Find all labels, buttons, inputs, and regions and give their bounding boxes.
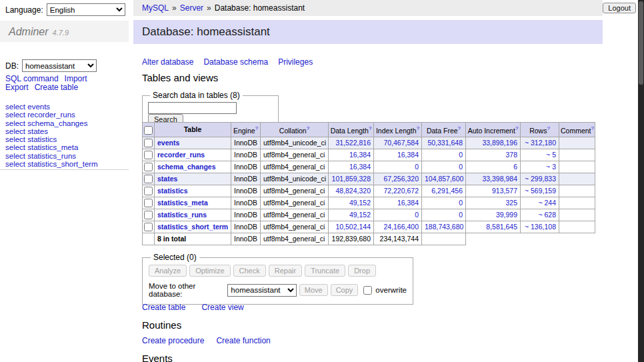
link-create-procedure[interactable]: Create procedure (142, 336, 204, 345)
rows-link-states[interactable]: ~ 299,833 (525, 175, 556, 183)
sidebar-select-schema-changes[interactable]: select schema_changes (5, 119, 98, 127)
sidebar-link-import[interactable]: Import (65, 74, 87, 83)
rows-link-events[interactable]: ~ 312,180 (525, 139, 556, 147)
button-drop[interactable]: Drop (348, 265, 376, 277)
column-header-label: Engine (233, 127, 255, 135)
sidebar-select-statistics-short-term[interactable]: select statistics_short_term (5, 160, 98, 168)
row-checkbox[interactable] (144, 163, 153, 171)
link-create-table[interactable]: Create table (142, 303, 185, 312)
engine-cell: InnoDB (231, 161, 261, 173)
table-link-recorder-runs[interactable]: recorder_runs (157, 151, 205, 159)
table-link-schema-changes[interactable]: schema_changes (157, 163, 216, 171)
link-create-view[interactable]: Create view (201, 303, 243, 312)
breadcrumb-server[interactable]: Server (180, 3, 203, 13)
button-analyze[interactable]: Analyze (149, 265, 187, 277)
row-checkbox[interactable] (144, 211, 153, 219)
help-icon-auto-increment[interactable]: ? (515, 125, 518, 131)
scrollbar[interactable] (638, 0, 644, 362)
row-checkbox[interactable] (144, 199, 153, 207)
table-link-states[interactable]: states (157, 175, 177, 183)
comment-cell (559, 149, 595, 161)
language-select[interactable]: English (47, 3, 125, 16)
sidebar-select-statistics-meta[interactable]: select statistics_meta (5, 143, 98, 151)
help-icon-data-length[interactable]: ? (369, 125, 371, 131)
comment-cell (559, 137, 595, 149)
action-alter-database[interactable]: Alter database (142, 57, 193, 67)
table-link-statistics[interactable]: statistics (157, 187, 188, 195)
help-icon-engine[interactable]: ? (255, 125, 258, 131)
auto-increment-cell: 378 (466, 149, 521, 161)
help-icon-index-length[interactable]: ? (417, 125, 419, 131)
tables-table: TableEngine?Collation?Data Length?Index … (142, 122, 595, 245)
table-total-row: 8 in totalInnoDButf8mb4_general_ci192,83… (143, 233, 595, 245)
row-checkbox[interactable] (144, 223, 153, 231)
sidebar-select-states[interactable]: select states (5, 127, 98, 135)
search-input[interactable] (148, 102, 237, 114)
move-database-select[interactable]: homeassistant (227, 284, 296, 297)
data-length-cell: 31,522,816 (329, 137, 374, 149)
rows-link-statistics-runs[interactable]: ~ 628 (538, 211, 556, 219)
column-header-index-length: Index Length? (374, 123, 422, 137)
selected-legend: Selected (0) (151, 253, 199, 262)
auto-increment-cell: 39,999 (466, 209, 521, 221)
rows-link-schema-changes[interactable]: ~ 3 (546, 163, 556, 171)
overwrite-checkbox[interactable] (363, 286, 372, 295)
copy-button[interactable]: Copy (331, 284, 359, 296)
auto-increment-cell: 33,398,984 (466, 173, 521, 185)
column-header-label: Table (184, 125, 202, 133)
data-length-cell: 48,824,320 (329, 185, 374, 197)
row-select-cell (143, 149, 155, 161)
database-actions: Alter databaseDatabase schemaPrivileges (142, 57, 313, 67)
help-icon-comment[interactable]: ? (591, 125, 594, 131)
button-optimize[interactable]: Optimize (189, 265, 230, 277)
link-create-function[interactable]: Create function (216, 336, 270, 345)
rows-link-statistics-short-term[interactable]: ~ 136,108 (525, 223, 556, 231)
adminer-logo: Adminer 4.7.9 (0, 21, 129, 42)
data-length-cell: 101,859,328 (329, 173, 374, 185)
breadcrumb-mysql[interactable]: MySQL (142, 3, 169, 13)
rows-link-statistics-meta[interactable]: ~ 244 (538, 199, 556, 207)
sidebar-select-statistics[interactable]: select statistics (5, 135, 98, 143)
help-icon-rows[interactable]: ? (547, 125, 549, 131)
overwrite-label[interactable]: overwrite (375, 286, 407, 294)
select-all-checkbox[interactable] (144, 126, 153, 135)
button-repair[interactable]: Repair (269, 265, 302, 277)
db-label: DB: (5, 61, 19, 71)
row-checkbox[interactable] (144, 139, 153, 147)
rows-link-statistics[interactable]: ~ 569,159 (525, 187, 556, 195)
sidebar-link-sql-command[interactable]: SQL command (5, 74, 59, 83)
column-header-comment: Comment? (559, 123, 595, 137)
logout-button[interactable]: Logout (603, 3, 636, 13)
table-name-cell: statistics_short_term (155, 221, 231, 233)
rows-cell: ~ 299,833 (521, 173, 559, 185)
comment-cell (559, 221, 595, 233)
db-select[interactable]: homeassistant (22, 59, 97, 72)
table-link-statistics-runs[interactable]: statistics_runs (157, 211, 207, 219)
table-link-statistics-meta[interactable]: statistics_meta (157, 199, 208, 207)
rows-cell: ~ 136,108 (521, 221, 559, 233)
rows-link-recorder-runs[interactable]: ~ 5 (546, 151, 556, 159)
button-check[interactable]: Check (233, 265, 266, 277)
sidebar-select-recorder-runs[interactable]: select recorder_runs (5, 111, 98, 119)
help-icon-data-free[interactable]: ? (458, 125, 461, 131)
action-database-schema[interactable]: Database schema (203, 57, 268, 67)
row-checkbox[interactable] (144, 151, 153, 159)
sidebar-table-links: select eventsselect recorder_runsselect … (5, 103, 98, 168)
move-button[interactable]: Move (299, 284, 328, 296)
sidebar-link-export[interactable]: Export (5, 83, 29, 92)
table-link-events[interactable]: events (157, 139, 179, 147)
collation-cell: utf8mb4_general_ci (261, 209, 329, 221)
action-privileges[interactable]: Privileges (278, 57, 313, 67)
sidebar-select-statistics-runs[interactable]: select statistics_runs (5, 152, 98, 160)
sidebar-link-create-table[interactable]: Create table (35, 83, 78, 92)
row-checkbox[interactable] (144, 187, 153, 195)
button-truncate[interactable]: Truncate (305, 265, 345, 277)
scrollbar-thumb[interactable] (639, 1, 643, 85)
rows-cell: ~ 628 (521, 209, 559, 221)
help-icon-collation[interactable]: ? (307, 125, 309, 131)
table-link-statistics-short-term[interactable]: statistics_short_term (157, 223, 228, 231)
engine-cell: InnoDB (231, 185, 261, 197)
table-row: eventsInnoDButf8mb4_unicode_ci31,522,816… (143, 137, 595, 149)
row-checkbox[interactable] (144, 175, 153, 183)
sidebar-select-events[interactable]: select events (5, 103, 98, 111)
